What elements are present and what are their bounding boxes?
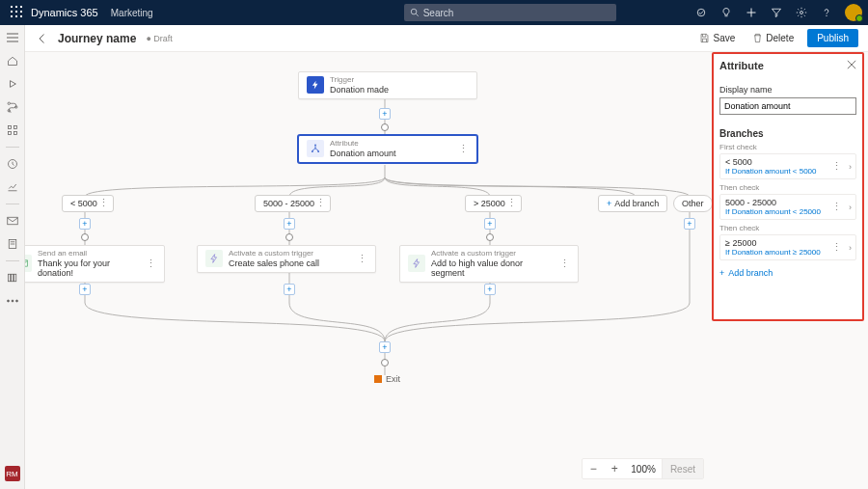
add-node-b1[interactable]: + [79, 218, 91, 230]
branch-chip-2[interactable]: 5000 - 25000⋮ [255, 195, 331, 212]
global-topbar: Dynamics 365 Marketing Search [0, 0, 868, 25]
svg-rect-8 [20, 15, 22, 17]
branch-chip-1[interactable]: < 5000⋮ [62, 195, 114, 212]
rail-menu-icon[interactable] [6, 31, 19, 44]
add-before-exit[interactable]: + [379, 341, 391, 353]
exit-label: Exit [386, 374, 400, 384]
svg-line-10 [416, 14, 419, 16]
search-icon [410, 8, 420, 17]
action-node-3[interactable]: Activate a custom trigger Add to high va… [399, 245, 579, 283]
flag-icon [374, 375, 382, 383]
branch-chip-3[interactable]: > 25000⋮ [465, 195, 522, 212]
svg-point-49 [312, 151, 313, 153]
app-launcher-icon[interactable] [6, 6, 27, 20]
delete-button[interactable]: Delete [748, 31, 798, 45]
svg-rect-5 [20, 11, 22, 13]
rail-form-icon[interactable] [6, 237, 19, 251]
svg-rect-1 [15, 6, 17, 8]
help-icon[interactable] [820, 6, 833, 19]
rail-clock-icon[interactable] [6, 157, 19, 171]
add-after-a1[interactable]: + [79, 284, 91, 295]
rail-badge[interactable]: RM [5, 466, 20, 481]
page-header: Journey name ● Draft Save Delete Publish [25, 25, 868, 52]
rail-home-icon[interactable] [6, 54, 19, 68]
zoom-in-button[interactable]: + [604, 462, 625, 475]
svg-point-11 [697, 9, 705, 16]
global-search[interactable]: Search [404, 4, 616, 21]
add-after-trigger[interactable]: + [379, 108, 391, 120]
chevron-right-icon: › [849, 162, 852, 172]
svg-point-48 [314, 145, 316, 147]
node-more-icon[interactable]: ⋮ [351, 257, 367, 262]
publish-button[interactable]: Publish [807, 29, 858, 47]
save-button[interactable]: Save [695, 31, 739, 45]
branch-row-2[interactable]: 5000 - 25000 If Donation amount < 25000 … [719, 194, 856, 220]
trigger-node[interactable]: Trigger Donation made [298, 71, 477, 99]
branch-row-1[interactable]: < 5000 If Donation amount < 5000 ⋮ › [719, 153, 856, 179]
action-node-1[interactable]: Send an email Thank you for your donatio… [25, 245, 165, 283]
rail-chart-icon[interactable] [6, 180, 19, 194]
svg-rect-32 [8, 274, 10, 282]
zoom-value: 100% [625, 464, 662, 475]
chip-more-icon[interactable]: ⋮ [506, 201, 517, 206]
svg-point-15 [800, 12, 802, 14]
attribute-side-panel: Attribute Display name Branches First ch… [712, 52, 864, 321]
add-node-b3[interactable]: + [484, 218, 496, 230]
svg-rect-7 [15, 15, 17, 17]
rail-play-icon[interactable] [6, 77, 19, 91]
settings-icon[interactable] [795, 6, 808, 19]
svg-point-35 [7, 300, 9, 302]
attribute-node[interactable]: Attribute Donation amount ⋮ [298, 135, 477, 163]
node-more-icon[interactable]: ⋮ [554, 261, 570, 267]
trash-icon [752, 33, 763, 43]
zoom-reset-button[interactable]: Reset [662, 459, 703, 478]
delete-label: Delete [766, 33, 794, 43]
svg-rect-23 [8, 126, 11, 129]
rail-journeys-icon[interactable] [6, 100, 19, 114]
lightbulb-icon[interactable] [719, 6, 733, 19]
rail-mail-icon[interactable] [6, 214, 19, 228]
trigger-action-icon [408, 255, 425, 272]
publish-label: Publish [817, 33, 849, 43]
rail-segment-icon[interactable] [6, 123, 19, 137]
branch-row-3[interactable]: ≥ 25000 If Donation amount ≥ 25000 ⋮ › [719, 234, 856, 260]
add-node-b2[interactable]: + [284, 218, 295, 230]
connector-dot [381, 123, 389, 131]
add-after-a2[interactable]: + [284, 284, 295, 295]
node-more-icon[interactable]: ⋮ [140, 261, 156, 267]
topbar-right-icons [694, 4, 862, 21]
row-more-icon[interactable]: ⋮ [831, 245, 842, 251]
user-avatar[interactable] [845, 4, 862, 21]
branches-heading: Branches [719, 128, 856, 139]
back-button[interactable] [35, 31, 50, 46]
panel-close-button[interactable] [847, 60, 856, 71]
zoom-out-button[interactable]: − [583, 462, 604, 475]
branch-chip-other[interactable]: Other [673, 195, 713, 212]
svg-rect-34 [14, 274, 15, 282]
rail-more-icon[interactable] [6, 294, 19, 308]
panel-add-branch-button[interactable]: + Add branch [719, 268, 856, 278]
chip-more-icon[interactable]: ⋮ [315, 201, 326, 206]
chip-more-icon[interactable]: ⋮ [98, 201, 109, 206]
then-check-label-1: Then check [719, 183, 856, 192]
rail-library-icon[interactable] [6, 271, 19, 285]
svg-rect-0 [11, 6, 13, 8]
filter-icon[interactable] [770, 6, 783, 19]
add-node-other[interactable]: + [684, 218, 695, 230]
assistant-icon[interactable] [694, 6, 708, 19]
email-icon [25, 255, 32, 272]
svg-rect-33 [11, 274, 13, 282]
svg-point-50 [317, 151, 319, 153]
first-check-label: First check [719, 143, 856, 151]
svg-point-36 [12, 300, 14, 302]
row-more-icon[interactable]: ⋮ [831, 164, 842, 170]
attribute-more-icon[interactable]: ⋮ [452, 147, 469, 152]
action-node-2[interactable]: Activate a custom trigger Create sales p… [197, 245, 376, 273]
add-after-a3[interactable]: + [484, 284, 496, 295]
display-name-input[interactable] [719, 97, 856, 115]
add-branch-chip[interactable]: +Add branch [598, 195, 667, 212]
add-icon[interactable] [745, 6, 758, 19]
trigger-action-icon [205, 250, 223, 267]
row-more-icon[interactable]: ⋮ [831, 204, 842, 210]
chevron-right-icon: › [849, 243, 852, 253]
